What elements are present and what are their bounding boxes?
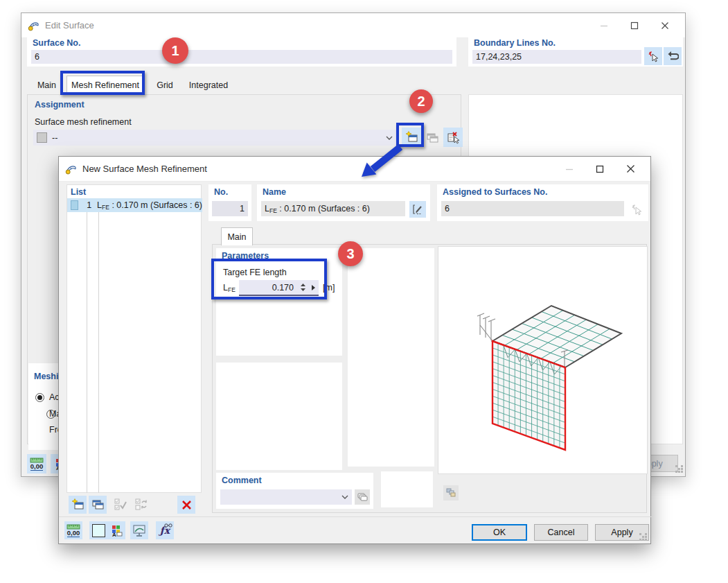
list-copy-button[interactable]: [89, 496, 107, 514]
undo-icon: [666, 51, 679, 62]
edit-mesh-refinement-button: [423, 128, 442, 147]
screenshot-stage: Edit Surface Surface No. 6 Boundary Line…: [0, 0, 728, 583]
row-color-swatch: [71, 200, 78, 210]
display-properties-icon: A: [110, 524, 123, 537]
undo-boundary-button[interactable]: [664, 47, 682, 65]
annotation-box-mesh-refinement-tab: [60, 71, 145, 95]
comment-dropdown[interactable]: [220, 489, 352, 505]
resize-grip-outer[interactable]: [675, 465, 684, 473]
list-col-separator: [98, 212, 99, 493]
list-delete-button[interactable]: [177, 496, 195, 514]
edit-name-button[interactable]: [409, 201, 426, 218]
comment-library-button[interactable]: [355, 489, 370, 505]
mesh-app-icon: [65, 164, 77, 175]
tab-main[interactable]: Main: [32, 76, 62, 94]
units-label: 0,00: [67, 530, 80, 537]
mesh-preview-drawing: [438, 247, 647, 473]
svg-text:A: A: [112, 532, 116, 537]
units-label: 0,00: [30, 463, 44, 471]
tab-grid[interactable]: Grid: [151, 76, 179, 94]
boundary-lines-card: Boundary Lines No. 17,24,23,25: [468, 35, 683, 67]
boundary-lines-label: Boundary Lines No.: [474, 38, 556, 48]
comment-stack-icon: [357, 493, 368, 502]
display-properties-button[interactable]: A: [107, 521, 125, 539]
middle-panel: [348, 248, 434, 467]
minimize-icon: [591, 16, 617, 35]
row-index: 1: [82, 200, 91, 210]
mesh-units-button[interactable]: 0,00: [64, 521, 82, 539]
meshing-option-1-radio[interactable]: [35, 393, 44, 402]
assigned-surfaces-label: Assigned to Surfaces No.: [443, 187, 547, 197]
refinement-list-panel: List 1 LFE : 0.170 m (Surfaces : 6): [66, 184, 202, 493]
mesh-preview-panel: [438, 246, 648, 474]
assignment-heading: Assignment: [35, 100, 85, 110]
list-new-button[interactable]: [69, 496, 87, 514]
maximize-icon[interactable]: [621, 16, 648, 35]
chevron-down-icon: [386, 136, 393, 140]
tab-integrated[interactable]: Integrated: [185, 76, 232, 94]
no-value: 1: [212, 201, 248, 216]
delete-assignment-icon: [446, 131, 460, 144]
no-label: No.: [214, 187, 228, 197]
monitor-icon: [132, 524, 146, 537]
new-window-icon: [71, 498, 85, 511]
close-icon[interactable]: [652, 16, 678, 35]
mesh-tab-main[interactable]: Main: [221, 227, 253, 245]
assigned-surfaces-card: Assigned to Surfaces No. 6: [437, 184, 648, 221]
copy-preview-button[interactable]: [443, 485, 459, 501]
background-color-button[interactable]: [89, 521, 107, 539]
no-card: No. 1: [208, 184, 251, 221]
assigned-pick-button: [628, 201, 645, 218]
mesh-minimize-icon: [556, 159, 583, 179]
chevron-down-icon: [341, 495, 348, 499]
delete-mesh-refinement-button[interactable]: [443, 128, 463, 147]
units-settings-button[interactable]: 0,00: [27, 454, 46, 473]
annotation-step-2: 2: [409, 89, 433, 113]
delete-x-icon: [181, 500, 192, 510]
color-swatch-icon: [92, 524, 105, 537]
annotation-box-target-fe-length: [211, 259, 327, 299]
mesh-close-icon[interactable]: [617, 159, 643, 179]
edit-surface-title: Edit Surface: [45, 20, 94, 31]
mesh-maximize-icon[interactable]: [587, 159, 613, 179]
ok-button[interactable]: OK: [472, 524, 527, 541]
list-col-separator: [87, 212, 87, 493]
copy-window-icon: [91, 498, 105, 511]
toggle-check-icon: [135, 498, 148, 511]
new-mesh-refinement-dialog: New Surface Mesh Refinement List 1 LFE :…: [58, 156, 651, 544]
cancel-button[interactable]: Cancel: [534, 524, 588, 541]
list-toggle-check-button: [132, 496, 150, 514]
edit-surface-titlebar[interactable]: Edit Surface: [21, 13, 685, 38]
pick-cursor-icon: [648, 51, 659, 62]
check-all-icon: [114, 498, 127, 511]
surface-no-card: Surface No. 6: [27, 35, 456, 67]
surface-mesh-refinement-dropdown[interactable]: --: [33, 130, 396, 146]
pick-cursor-icon: [631, 204, 643, 216]
edit-window-icon: [426, 131, 439, 143]
layers-icon: [446, 488, 456, 498]
rendering-button[interactable]: [130, 521, 148, 539]
comment-heading: Comment: [222, 476, 262, 485]
list-heading: List: [71, 187, 86, 197]
list-item[interactable]: 1 LFE : 0.170 m (Surfaces : 6): [67, 198, 202, 212]
row-name: LFE : 0.170 m (Surfaces : 6): [97, 200, 202, 211]
annotation-step-3: 3: [338, 241, 363, 266]
comment-panel: Comment: [216, 473, 373, 509]
surface-mesh-refinement-label: Surface mesh refinement: [35, 117, 132, 127]
mesh-dialog-footer-divider: [59, 516, 652, 517]
name-value[interactable]: LFE : 0.170 m (Surfaces : 6): [261, 201, 405, 216]
name-label: Name: [263, 187, 286, 197]
annotation-step-1: 1: [162, 37, 188, 64]
assigned-surfaces-value[interactable]: 6: [441, 201, 624, 216]
resize-grip-mesh-dialog[interactable]: [639, 533, 648, 541]
formula-button[interactable]: ƒx: [156, 521, 174, 539]
glasses-icon: [164, 523, 172, 528]
mesh-dialog-title: New Surface Mesh Refinement: [82, 164, 207, 174]
rename-pencil-icon: [412, 204, 423, 215]
select-boundary-lines-button[interactable]: [644, 47, 662, 65]
boundary-lines-input[interactable]: 17,24,23,25: [472, 50, 641, 64]
small-bottom-panel: [381, 471, 433, 507]
secondary-panel: [216, 363, 342, 470]
surface-app-icon: [28, 20, 39, 31]
surface-no-input[interactable]: 6: [31, 50, 452, 64]
